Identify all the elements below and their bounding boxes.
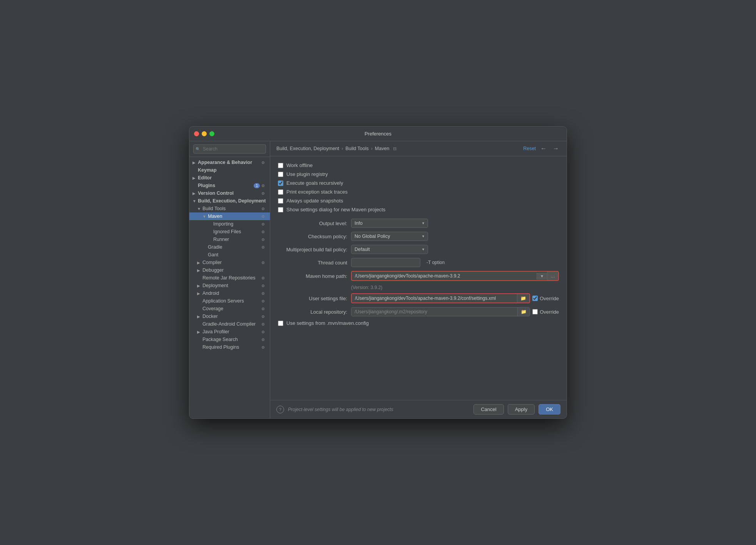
settings-icon-remote-jar: ⚙ [261,276,267,280]
output-level-select[interactable]: Info Debug Warn Error [351,219,428,228]
sidebar-item-docker[interactable]: ▶ Docker ⚙ [189,313,270,320]
maven-home-path-dropdown[interactable]: ▼ [537,272,547,280]
sidebar-item-appearance[interactable]: ▶ Appearance & Behavior ⚙ [189,159,270,166]
settings-icon-maven: ⚙ [261,214,267,219]
expand-arrow-maven: ▼ [202,214,208,219]
checkbox-work-offline-input[interactable] [278,163,283,168]
search-box [189,141,270,157]
checkbox-print-stack-label[interactable]: Print exception stack traces [286,189,348,195]
breadcrumb-part-0[interactable]: Build, Execution, Deployment [276,146,339,151]
sidebar-item-remote-jar[interactable]: Remote Jar Repositories ⚙ [189,274,270,282]
search-input[interactable] [193,144,266,154]
user-settings-browse[interactable]: 📁 [517,294,529,303]
sidebar-label-gradle: Gradle [208,244,261,250]
settings-icon-compiler: ⚙ [261,261,267,265]
output-level-select-wrap: Info Debug Warn Error [351,219,428,228]
sidebar-item-gradle[interactable]: Gradle ⚙ [189,243,270,251]
thread-count-input[interactable] [351,258,420,267]
checkbox-print-stack-traces: Print exception stack traces [278,189,559,195]
expand-arrow-docker: ▶ [197,314,202,319]
sidebar-item-ignored-files[interactable]: Ignored Files ⚙ [189,228,270,236]
ok-button[interactable]: OK [539,404,560,415]
sidebar-label-plugins: Plugins [198,183,254,188]
checksum-policy-select[interactable]: No Global Policy Fail Warn Ignore [351,232,428,241]
checkbox-work-offline-label[interactable]: Work offline [286,162,313,168]
sidebar-item-android[interactable]: ▶ Android ⚙ [189,289,270,297]
sidebar-item-maven[interactable]: ▼ Maven ⚙ [189,212,270,220]
sidebar-item-importing[interactable]: Importing ⚙ [189,220,270,228]
local-repository-input[interactable] [351,308,517,316]
multiproject-policy-select[interactable]: Default Fail At End Fail Fast Never Fail [351,245,428,254]
checkbox-execute-goals-input[interactable] [278,181,283,186]
sidebar-item-coverage[interactable]: Coverage ⚙ [189,305,270,313]
sidebar-item-deployment[interactable]: ▶ Deployment ⚙ [189,282,270,289]
expand-arrow-appearance: ▶ [192,160,198,165]
apply-button[interactable]: Apply [508,404,535,415]
checkbox-use-mvn-config-label[interactable]: Use settings from .mvn/maven.config [286,320,369,326]
sidebar-item-editor[interactable]: ▶ Editor [189,174,270,182]
sidebar-item-debugger[interactable]: ▶ Debugger [189,266,270,274]
settings-icon-importing: ⚙ [261,222,267,226]
checkbox-show-settings-dialog: Show settings dialog for new Maven proje… [278,207,559,212]
checkbox-use-mvn-config-input[interactable] [278,321,283,326]
settings-icon-plugins: ⚙ [261,184,267,188]
window-title: Preferences [365,131,391,137]
close-button[interactable] [194,131,199,136]
sidebar-label-vc: Version Control [198,191,261,196]
maven-home-path-browse[interactable]: … [547,272,558,280]
help-button[interactable]: ? [276,406,284,413]
checkbox-execute-goals-label[interactable]: Execute goals recursively [286,180,343,186]
checkbox-show-settings-input[interactable] [278,207,283,212]
breadcrumb-part-1[interactable]: Build Tools [345,146,368,151]
checksum-policy-select-wrap: No Global Policy Fail Warn Ignore [351,232,428,241]
titlebar: Preferences [189,127,567,141]
breadcrumb-edit-icon: ⊟ [393,146,396,151]
reset-button[interactable]: Reset [523,146,536,151]
output-level-label: Output level: [278,221,347,226]
expand-arrow-java-profiler: ▶ [197,330,202,334]
checkbox-always-update-input[interactable] [278,198,283,204]
local-repo-override-wrap: Override [532,309,559,315]
sidebar-item-gant[interactable]: Gant [189,251,270,259]
sidebar-item-compiler[interactable]: ▶ Compiler ⚙ [189,259,270,266]
sidebar-item-build-tools[interactable]: ▼ Build Tools ⚙ [189,205,270,212]
sidebar-label-build-tools: Build Tools [202,206,261,211]
local-repo-browse[interactable]: 📁 [517,308,530,316]
cancel-button[interactable]: Cancel [473,404,503,415]
maximize-button[interactable] [209,131,214,136]
sidebar-item-app-servers[interactable]: Application Servers ⚙ [189,297,270,305]
user-settings-file-row: User settings file: 📁 Override [278,293,559,303]
breadcrumb: Build, Execution, Deployment › Build Too… [276,146,396,151]
sidebar-label-android: Android [202,291,261,296]
expand-arrow-build-tools: ▼ [197,207,202,211]
checkbox-print-stack-input[interactable] [278,189,283,195]
maven-home-path-input[interactable] [352,272,537,280]
breadcrumb-part-2[interactable]: Maven [375,146,390,151]
local-repo-override-label[interactable]: Override [540,309,559,315]
local-repo-override-checkbox[interactable] [532,309,538,314]
sidebar-item-required-plugins[interactable]: Required Plugins ⚙ [189,343,270,351]
minimize-button[interactable] [202,131,207,136]
checkbox-always-update-label[interactable]: Always update snapshots [286,198,343,204]
checkbox-use-mvn-config: Use settings from .mvn/maven.config [278,320,559,326]
maven-version-text: (Version: 3.9.2) [351,285,559,290]
sidebar-item-java-profiler[interactable]: ▶ Java Profiler ⚙ [189,328,270,336]
back-button[interactable]: ← [539,144,548,153]
user-settings-file-label: User settings file: [278,296,347,301]
sidebar-item-runner[interactable]: Runner ⚙ [189,236,270,243]
checkbox-use-plugin-registry-input[interactable] [278,172,283,177]
user-settings-override-checkbox[interactable] [532,296,538,301]
checkbox-show-settings-label[interactable]: Show settings dialog for new Maven proje… [286,207,385,212]
sidebar-item-package-search[interactable]: Package Search ⚙ [189,336,270,343]
sidebar-item-version-control[interactable]: ▶ Version Control ⚙ [189,189,270,197]
user-settings-override-label[interactable]: Override [540,296,559,301]
sidebar-item-keymap[interactable]: Keymap [189,166,270,174]
sidebar-item-gradle-android[interactable]: Gradle-Android Compiler ⚙ [189,320,270,328]
sidebar-label-package-search: Package Search [202,337,261,342]
sidebar-item-build-exec[interactable]: ▼ Build, Execution, Deployment [189,197,270,205]
main-content: ▶ Appearance & Behavior ⚙ Keymap ▶ Edito… [189,141,567,418]
checkbox-use-plugin-registry-label[interactable]: Use plugin registry [286,171,328,177]
sidebar-item-plugins[interactable]: Plugins 1 ⚙ [189,182,270,189]
user-settings-file-input[interactable] [352,294,517,303]
forward-button[interactable]: → [551,144,560,153]
